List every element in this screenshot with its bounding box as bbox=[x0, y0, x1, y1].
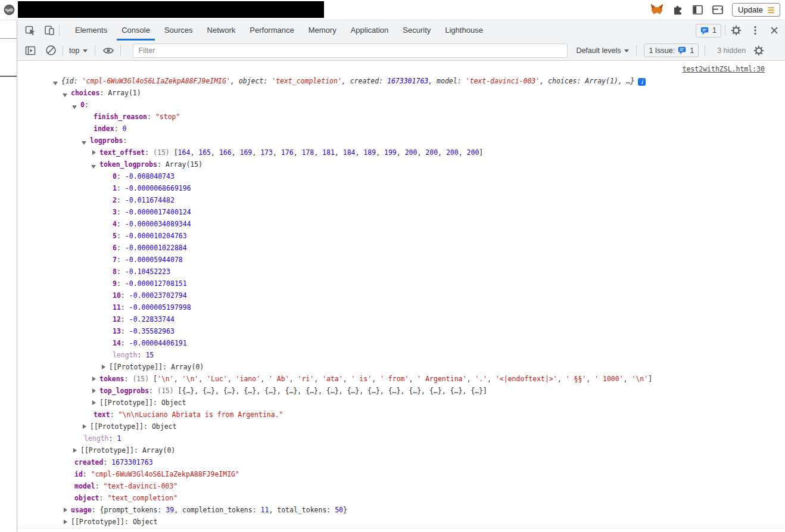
issues-count: 1 bbox=[690, 46, 694, 55]
console-tree-row: length: 15 bbox=[17, 349, 785, 361]
property-name: 9 bbox=[113, 279, 117, 288]
console-tree-row[interactable]: [[Prototype]]: Array(0) bbox=[17, 361, 785, 373]
info-icon[interactable]: i bbox=[638, 78, 646, 86]
console-tree-row: 5: -0.000010204763 bbox=[17, 230, 785, 242]
property-name: choices bbox=[71, 89, 99, 97]
console-tree-row: 12: -0.22833744 bbox=[17, 313, 785, 325]
console-tree-row: 13: -0.35582963 bbox=[17, 325, 785, 337]
console-tree-row[interactable]: [[Prototype]]: Object bbox=[17, 397, 785, 409]
property-name: tokens bbox=[99, 375, 124, 383]
console-messages-area: test2withZSL.html:30 {id: 'cmpl-6WuW3Gl4… bbox=[17, 61, 785, 532]
message-bubble-icon bbox=[700, 26, 709, 35]
tab-sources[interactable]: Sources bbox=[158, 20, 199, 41]
tab-elements[interactable]: Elements bbox=[69, 20, 113, 41]
tab-security[interactable]: Security bbox=[397, 20, 437, 41]
issues-counter-button[interactable]: 1 Issue: 1 bbox=[644, 43, 699, 57]
devtools-settings-gear-icon[interactable] bbox=[730, 24, 742, 36]
more-options-kebab-icon[interactable] bbox=[749, 24, 761, 36]
property-name: length bbox=[84, 434, 109, 443]
property-name: model bbox=[74, 482, 95, 490]
console-tree-row[interactable]: logprobs: bbox=[17, 135, 785, 147]
console-tree-row[interactable]: token_logprobs: Array(15) bbox=[17, 158, 785, 170]
console-tree-row: text: "\n\nLuciano Abriata is from Argen… bbox=[17, 409, 785, 421]
tab-console[interactable]: Console bbox=[116, 20, 156, 41]
console-tree-row[interactable]: usage: {prompt_tokens: 39, completion_to… bbox=[17, 504, 785, 516]
console-tree-row: 9: -0.000012708151 bbox=[17, 278, 785, 290]
console-tree-row[interactable]: [[Prototype]]: Object bbox=[17, 421, 785, 433]
console-tree-row[interactable]: tokens: (15) ['\n', '\n', 'Luc', 'iano',… bbox=[17, 373, 785, 385]
console-tree-row: model: "text-davinci-003" bbox=[17, 480, 785, 492]
property-name: 0 bbox=[113, 172, 117, 181]
console-tree-row: 11: -0.000005197998 bbox=[17, 301, 785, 313]
console-settings-gear-icon[interactable] bbox=[753, 45, 765, 57]
devtools-panel: ElementsConsoleSourcesNetworkPerformance… bbox=[17, 20, 785, 532]
console-tree-row: index: 0 bbox=[17, 123, 785, 135]
extensions-puzzle-icon[interactable] bbox=[672, 4, 684, 16]
inspect-element-icon[interactable] bbox=[24, 24, 36, 36]
property-name: [[Prototype]] bbox=[71, 518, 124, 526]
console-tree-row[interactable]: text_offset: (15) [164, 165, 166, 169, 1… bbox=[17, 147, 785, 158]
chrome-menu-icon[interactable] bbox=[768, 6, 774, 14]
device-toolbar-icon[interactable] bbox=[43, 24, 55, 36]
hidden-messages-label[interactable]: 3 hidden bbox=[717, 46, 746, 55]
show-console-sidebar-icon[interactable] bbox=[24, 45, 36, 57]
wallet-icon[interactable] bbox=[712, 4, 724, 15]
console-tree-row: 0: -0.008040743 bbox=[17, 170, 785, 182]
console-tree-row[interactable]: [[Prototype]]: Object bbox=[17, 516, 785, 528]
property-name: 8 bbox=[113, 267, 117, 276]
object-preview-row[interactable]: {id: 'cmpl-6WuW3Gl4oS6LIaZekpA88FJ9eIMIG… bbox=[17, 75, 785, 87]
live-expression-eye-icon[interactable] bbox=[102, 45, 114, 57]
console-tree-row[interactable]: top_logprobs: (15) [{…}, {…}, {…}, {…}, … bbox=[17, 385, 785, 397]
property-name: object bbox=[74, 494, 99, 502]
console-tree-row: finish_reason: "stop" bbox=[17, 111, 785, 123]
property-name: [[Prototype]] bbox=[99, 399, 153, 407]
console-tree-row[interactable]: choices: Array(1) bbox=[17, 87, 785, 99]
chevron-down-icon bbox=[624, 49, 629, 52]
tab-lighthouse[interactable]: Lighthouse bbox=[439, 20, 489, 41]
console-tree-row: 2: -0.011674482 bbox=[17, 194, 785, 206]
levels-label: Default levels bbox=[576, 46, 621, 55]
property-name: 13 bbox=[113, 327, 121, 335]
console-filter-input[interactable] bbox=[133, 43, 568, 58]
page-divider-line bbox=[0, 38, 17, 39]
metamask-icon[interactable] bbox=[650, 4, 663, 16]
property-name: text bbox=[94, 410, 110, 419]
property-name: 1 bbox=[113, 184, 117, 192]
console-tree-row: id: "cmpl-6WuW3Gl4oS6LIaZekpA88FJ9eIMIG" bbox=[17, 468, 785, 480]
devtools-tabs: ElementsConsoleSourcesNetworkPerformance… bbox=[68, 20, 490, 41]
property-name: 5 bbox=[113, 232, 117, 240]
log-levels-dropdown[interactable]: Default levels bbox=[576, 46, 629, 55]
console-messages-badge[interactable]: 1 bbox=[696, 24, 721, 38]
tab-network[interactable]: Network bbox=[201, 20, 242, 41]
console-toolbar: top Default levels 1 Issue: bbox=[17, 41, 785, 61]
page-divider-line bbox=[0, 76, 17, 77]
property-name: 4 bbox=[113, 220, 117, 228]
tab-application[interactable]: Application bbox=[345, 20, 395, 41]
console-tree-row: created: 1673301763 bbox=[17, 456, 785, 468]
property-name: text_offset bbox=[99, 148, 145, 157]
chevron-down-icon bbox=[83, 49, 88, 52]
issues-label: 1 Issue: bbox=[649, 46, 675, 55]
console-tree-row: 4: -0.0000034089344 bbox=[17, 218, 785, 230]
property-name: 14 bbox=[113, 339, 121, 347]
tab-memory[interactable]: Memory bbox=[303, 20, 342, 41]
browser-window: Update ElementsCo bbox=[0, 0, 785, 532]
source-location-link[interactable]: test2withZSL.html:30 bbox=[683, 65, 765, 73]
console-tree-row[interactable]: 0: bbox=[17, 99, 785, 111]
console-tree-row: 7: -0.00005944078 bbox=[17, 254, 785, 266]
update-button-label: Update bbox=[738, 5, 763, 14]
console-tree-row: length: 1 bbox=[17, 433, 785, 444]
tab-performance[interactable]: Performance bbox=[244, 20, 300, 41]
context-label: top bbox=[69, 46, 79, 55]
property-name: id bbox=[74, 470, 83, 478]
execution-context-selector[interactable]: top bbox=[69, 46, 88, 55]
property-name: 0 bbox=[80, 101, 85, 109]
property-name: top_logprobs bbox=[99, 387, 149, 395]
close-devtools-icon[interactable] bbox=[768, 24, 780, 36]
clear-console-icon[interactable] bbox=[45, 45, 57, 57]
console-tree-row: object: "text_completion" bbox=[17, 492, 785, 504]
update-button[interactable]: Update bbox=[732, 3, 780, 17]
side-panel-icon[interactable] bbox=[692, 4, 703, 15]
property-name: finish_reason bbox=[94, 113, 147, 121]
console-tree-row[interactable]: [[Prototype]]: Array(0) bbox=[17, 444, 785, 456]
